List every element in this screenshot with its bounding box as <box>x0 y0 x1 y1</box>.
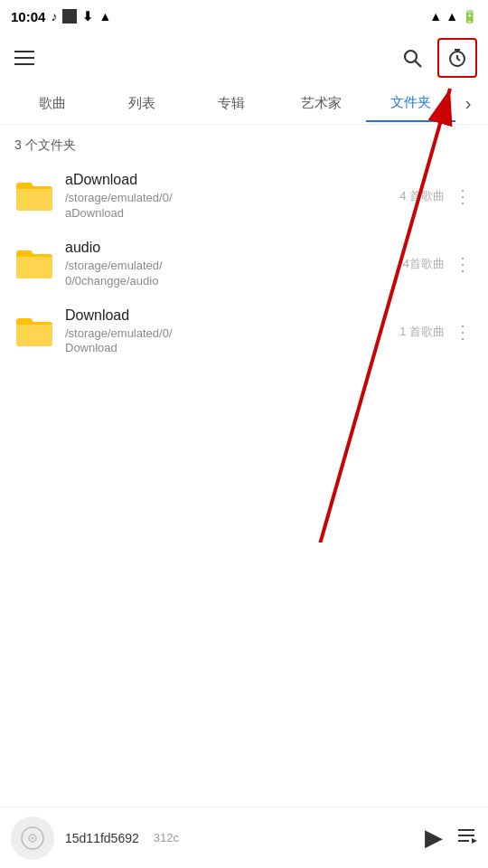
folder-meta: 4首歌曲 ⋮ <box>403 250 475 278</box>
play-button[interactable]: ▶ <box>425 824 443 852</box>
folder-info: audio /storage/emulated/0/0changge/audio <box>56 240 403 289</box>
status-bar: 10:04 ♪ ⬇ ▲ ▲ ▲ 🔋 <box>0 0 488 33</box>
folder-icon <box>13 314 56 350</box>
top-bar <box>0 33 488 83</box>
wifi-icon: ▲ <box>429 9 442 24</box>
battery-icon: 🔋 <box>462 9 477 24</box>
folder-icon <box>13 246 56 282</box>
download-status-icon: ⬇ <box>82 9 93 24</box>
tab-songs[interactable]: 歌曲 <box>7 86 97 121</box>
list-item[interactable]: aDownload /storage/emulated/0/aDownload … <box>0 163 488 231</box>
more-options-button[interactable]: ⋮ <box>450 317 475 346</box>
svg-point-0 <box>405 51 417 62</box>
player-info: 15d11fd5692 312c <box>65 831 414 845</box>
folder-icon <box>13 178 56 214</box>
menu-line-3 <box>14 63 34 65</box>
svg-marker-15 <box>472 838 477 844</box>
tab-artist[interactable]: 艺术家 <box>277 86 366 121</box>
player-controls: ▶ <box>425 824 477 852</box>
track-extra: 312c <box>154 831 179 844</box>
list-item[interactable]: Download /storage/emulated/0/Download 1 … <box>0 298 488 366</box>
song-count: 4 首歌曲 <box>399 188 445 204</box>
folder-list: aDownload /storage/emulated/0/aDownload … <box>0 163 488 365</box>
timer-button[interactable] <box>437 38 477 78</box>
folder-info: aDownload /storage/emulated/0/aDownload <box>56 172 399 222</box>
menu-button[interactable] <box>11 47 38 69</box>
content-area: 3 个文件夹 aDownload /storage/emulated/0/aDo… <box>0 125 488 365</box>
svg-line-4 <box>457 59 460 61</box>
folder-name: aDownload <box>65 172 390 188</box>
square-icon <box>62 9 77 24</box>
folder-meta: 1 首歌曲 ⋮ <box>399 317 475 346</box>
menu-line-1 <box>14 51 34 52</box>
status-right-icons: ▲ ▲ 🔋 <box>429 9 477 24</box>
more-options-button[interactable]: ⋮ <box>450 250 475 278</box>
list-item[interactable]: audio /storage/emulated/0/0changge/audio… <box>0 231 488 298</box>
folder-path: /storage/emulated/0/aDownload <box>65 191 390 222</box>
nav-tabs: 歌曲 列表 专辑 艺术家 文件夹 › <box>0 83 488 125</box>
more-tabs-button[interactable]: › <box>455 93 481 114</box>
folder-path: /storage/emulated/0/Download <box>65 326 390 357</box>
bottom-player: 15d11fd5692 312c ▶ <box>0 807 488 868</box>
more-options-button[interactable]: ⋮ <box>450 182 475 211</box>
tab-folder[interactable]: 文件夹 <box>366 85 455 122</box>
folder-count-label: 3 个文件夹 <box>0 125 488 163</box>
playlist-button[interactable] <box>455 825 477 852</box>
svg-line-1 <box>416 61 422 68</box>
tab-album[interactable]: 专辑 <box>186 86 276 121</box>
signal-icon: ▲ <box>446 9 458 24</box>
top-bar-left <box>11 47 38 69</box>
album-art <box>11 816 54 860</box>
status-time: 10:04 ♪ ⬇ ▲ <box>11 9 111 24</box>
folder-name: Download <box>65 307 390 324</box>
track-name: 15d11fd5692 <box>65 831 139 845</box>
menu-line-2 <box>14 57 34 59</box>
alert-icon: ▲ <box>99 9 111 24</box>
folder-name: audio <box>65 240 394 256</box>
song-count: 4首歌曲 <box>403 256 445 272</box>
search-button[interactable] <box>396 42 428 74</box>
svg-point-11 <box>32 836 34 839</box>
song-count: 1 首歌曲 <box>399 324 445 340</box>
top-bar-right <box>396 38 477 78</box>
time-display: 10:04 <box>11 9 45 24</box>
folder-meta: 4 首歌曲 ⋮ <box>399 182 475 211</box>
folder-path: /storage/emulated/0/0changge/audio <box>65 259 394 289</box>
music-note-icon: ♪ <box>51 9 57 24</box>
folder-info: Download /storage/emulated/0/Download <box>56 307 399 357</box>
tab-playlist[interactable]: 列表 <box>97 86 186 121</box>
